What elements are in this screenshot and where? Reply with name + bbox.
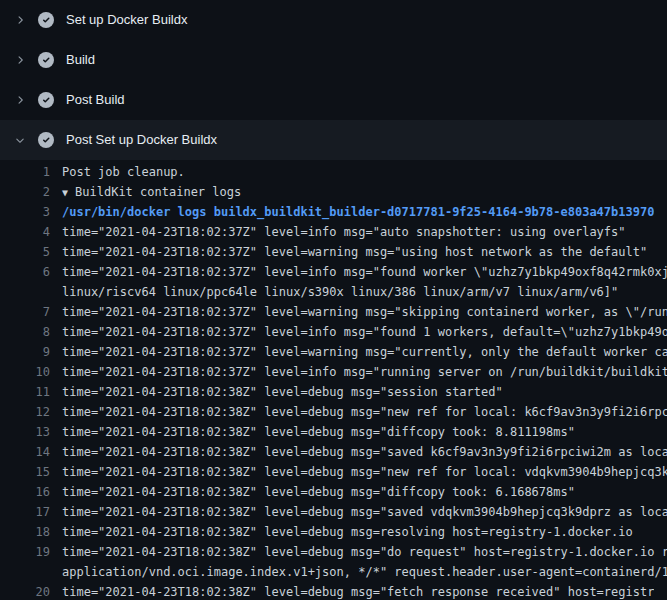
chevron-right-icon <box>12 92 28 108</box>
log-line-13: 13time="2021-04-23T18:02:38Z" level=debu… <box>0 422 667 442</box>
log-line-number[interactable]: 6 <box>0 262 50 282</box>
log-line-text: time="2021-04-23T18:02:38Z" level=debug … <box>50 382 503 402</box>
check-circle-icon <box>38 132 54 148</box>
log-line-number <box>0 282 50 302</box>
log-line-4: 4time="2021-04-23T18:02:37Z" level=info … <box>0 222 667 242</box>
chevron-right-icon <box>12 12 28 28</box>
group-collapse-icon[interactable]: ▼ <box>62 187 68 198</box>
log-line-2[interactable]: 2▼BuildKit container logs <box>0 182 667 202</box>
log-line-text: time="2021-04-23T18:02:38Z" level=debug … <box>50 422 575 442</box>
log-line-number[interactable]: 3 <box>0 202 50 222</box>
log-line-number[interactable]: 2 <box>0 182 50 202</box>
log-line-12: 12time="2021-04-23T18:02:38Z" level=debu… <box>0 402 667 422</box>
log-line-text: Post job cleanup. <box>50 162 185 182</box>
log-line-6: 6time="2021-04-23T18:02:37Z" level=info … <box>0 262 667 282</box>
log-line-number[interactable]: 15 <box>0 462 50 482</box>
log-line-18: 18time="2021-04-23T18:02:38Z" level=debu… <box>0 522 667 542</box>
log-line-number[interactable]: 19 <box>0 542 50 562</box>
log-line-text: time="2021-04-23T18:02:37Z" level=warnin… <box>50 342 667 362</box>
log-line-10: 10time="2021-04-23T18:02:37Z" level=info… <box>0 362 667 382</box>
step-header-set-up-docker-buildx[interactable]: Set up Docker Buildx <box>0 0 667 40</box>
log-line-text: time="2021-04-23T18:02:38Z" level=debug … <box>50 542 667 562</box>
log-line-text: time="2021-04-23T18:02:38Z" level=debug … <box>50 522 633 542</box>
log-line-8: 8time="2021-04-23T18:02:37Z" level=info … <box>0 322 667 342</box>
log-line-number[interactable]: 8 <box>0 322 50 342</box>
chevron-down-icon <box>12 132 28 148</box>
log-line-text: application/vnd.oci.image.index.v1+json,… <box>50 562 667 582</box>
log-line-number <box>0 562 50 582</box>
chevron-right-icon <box>12 52 28 68</box>
log-line-number[interactable]: 13 <box>0 422 50 442</box>
log-line-14: 14time="2021-04-23T18:02:38Z" level=debu… <box>0 442 667 462</box>
log-line-text: time="2021-04-23T18:02:38Z" level=debug … <box>50 442 667 462</box>
step-header-post-set-up-docker-buildx[interactable]: Post Set up Docker Buildx <box>0 120 667 160</box>
step-label: Build <box>66 52 95 68</box>
log-line-number[interactable]: 20 <box>0 582 50 600</box>
log-line-number[interactable]: 4 <box>0 222 50 242</box>
log-line-6-wrap: linux/riscv64 linux/ppc64le linux/s390x … <box>0 282 667 302</box>
step-header-post-build[interactable]: Post Build <box>0 80 667 120</box>
log-line-text: time="2021-04-23T18:02:38Z" level=debug … <box>50 402 667 422</box>
step-header-build[interactable]: Build <box>0 40 667 80</box>
log-line-number[interactable]: 1 <box>0 162 50 182</box>
log-line-19-wrap: application/vnd.oci.image.index.v1+json,… <box>0 562 667 582</box>
log-line-text: time="2021-04-23T18:02:38Z" level=debug … <box>50 462 667 482</box>
log-line-number[interactable]: 7 <box>0 302 50 322</box>
log-line-text: time="2021-04-23T18:02:37Z" level=info m… <box>50 222 626 242</box>
log-line-number[interactable]: 14 <box>0 442 50 462</box>
log-line-7: 7time="2021-04-23T18:02:37Z" level=warni… <box>0 302 667 322</box>
log-command-text: /usr/bin/docker logs buildx_buildkit_bui… <box>50 202 654 222</box>
steps-list: Set up Docker BuildxBuildPost BuildPost … <box>0 0 667 160</box>
log-line-text: time="2021-04-23T18:02:38Z" level=debug … <box>50 482 575 502</box>
log-line-11: 11time="2021-04-23T18:02:38Z" level=debu… <box>0 382 667 402</box>
log-line-1: 1Post job cleanup. <box>0 162 667 182</box>
log-line-15: 15time="2021-04-23T18:02:38Z" level=debu… <box>0 462 667 482</box>
log-line-text: time="2021-04-23T18:02:38Z" level=debug … <box>50 502 667 522</box>
log-line-number[interactable]: 5 <box>0 242 50 262</box>
log-line-number[interactable]: 16 <box>0 482 50 502</box>
log-line-19: 19time="2021-04-23T18:02:38Z" level=debu… <box>0 542 667 562</box>
log-line-text: time="2021-04-23T18:02:37Z" level=info m… <box>50 322 667 342</box>
log-line-number[interactable]: 12 <box>0 402 50 422</box>
log-line-number[interactable]: 18 <box>0 522 50 542</box>
log-line-20: 20time="2021-04-23T18:02:38Z" level=debu… <box>0 582 667 600</box>
log-line-text: ▼BuildKit container logs <box>50 182 241 202</box>
log-line-text: time="2021-04-23T18:02:37Z" level=warnin… <box>50 302 667 322</box>
log-line-16: 16time="2021-04-23T18:02:38Z" level=debu… <box>0 482 667 502</box>
workflow-log-viewer: Set up Docker BuildxBuildPost BuildPost … <box>0 0 667 600</box>
check-circle-icon <box>38 52 54 68</box>
step-label: Set up Docker Buildx <box>66 12 187 28</box>
log-line-text: time="2021-04-23T18:02:37Z" level=info m… <box>50 362 667 382</box>
log-line-text: linux/riscv64 linux/ppc64le linux/s390x … <box>50 282 618 302</box>
log-line-text: time="2021-04-23T18:02:37Z" level=warnin… <box>50 242 647 262</box>
check-circle-icon <box>38 12 54 28</box>
log-line-9: 9time="2021-04-23T18:02:37Z" level=warni… <box>0 342 667 362</box>
step-label: Post Build <box>66 92 125 108</box>
log-line-3: 3/usr/bin/docker logs buildx_buildkit_bu… <box>0 202 667 222</box>
log-line-17: 17time="2021-04-23T18:02:38Z" level=debu… <box>0 502 667 522</box>
log-line-5: 5time="2021-04-23T18:02:37Z" level=warni… <box>0 242 667 262</box>
log-line-number[interactable]: 10 <box>0 362 50 382</box>
step-label: Post Set up Docker Buildx <box>66 132 217 148</box>
log-line-number[interactable]: 11 <box>0 382 50 402</box>
log-line-text: time="2021-04-23T18:02:37Z" level=info m… <box>50 262 667 282</box>
log-line-text: time="2021-04-23T18:02:38Z" level=debug … <box>50 582 654 600</box>
log-line-number[interactable]: 17 <box>0 502 50 522</box>
check-circle-icon <box>38 92 54 108</box>
log-line-number[interactable]: 9 <box>0 342 50 362</box>
log-container: 1Post job cleanup.2▼BuildKit container l… <box>0 160 667 600</box>
